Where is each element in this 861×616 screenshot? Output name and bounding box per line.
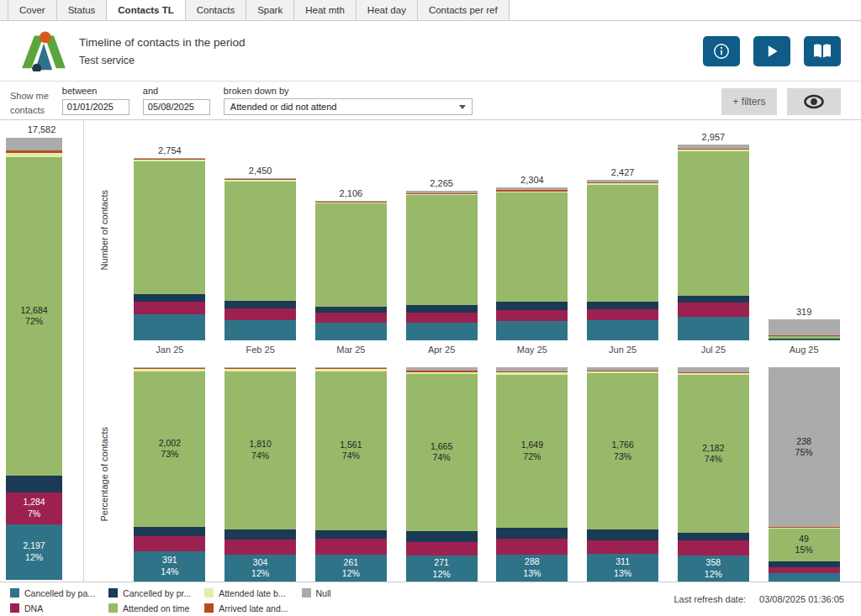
bar-segment-ontime[interactable] [769,335,840,339]
bar-segment-dna[interactable] [587,540,658,555]
bar-segment-late_seen[interactable] [315,369,387,371]
bar-segment-dna[interactable] [224,308,296,320]
bar-segment-null_[interactable] [6,138,62,150]
stacked-bar[interactable]: 35812%2,18274% [678,367,749,582]
bar-segment-dna[interactable] [315,313,387,324]
tab-contacts[interactable]: Contacts [186,0,246,20]
tab-heat-day[interactable]: Heat day [357,0,418,20]
bar-segment-patient[interactable] [678,317,749,340]
bar-segment-null_[interactable] [496,367,568,371]
stacked-bar[interactable] [315,201,387,340]
bar-segment-late_not[interactable] [134,368,205,370]
bar-segment-ontime[interactable] [315,203,387,307]
stacked-bar[interactable]: 31113%1,76673% [587,367,658,582]
bar-segment-dna[interactable] [678,540,749,555]
bar-segment-provider[interactable] [496,302,568,309]
bar-segment-dna[interactable] [587,309,658,320]
bar-segment-patient[interactable]: 26112% [315,555,387,582]
bar-segment-patient[interactable] [406,323,478,340]
date-from-input[interactable] [62,99,129,115]
bar-segment-ontime[interactable]: 2,00273% [134,371,205,527]
bar-segment-dna[interactable] [496,310,568,321]
bar-segment-provider[interactable] [496,528,568,539]
bar-segment-dna[interactable] [678,303,749,317]
bar-segment-dna[interactable] [224,540,296,555]
bar-segment-provider[interactable] [224,301,296,308]
bar-segment-late_not[interactable] [134,158,205,160]
date-to-input[interactable] [143,99,210,115]
stacked-bar[interactable] [406,191,478,340]
stacked-bar[interactable]: 30412%1,81074% [224,367,296,582]
stacked-bar[interactable]: 28813%1,64972% [496,367,568,582]
bar-segment-provider[interactable] [769,339,840,340]
bar-segment-late_seen[interactable] [315,202,387,203]
bar-segment-null_[interactable] [406,191,478,193]
stacked-bar[interactable]: 4915%23875% [769,367,840,582]
bar-segment-late_seen[interactable] [769,528,840,529]
bar-segment-late_not[interactable] [587,371,658,372]
bar-segment-null_[interactable] [406,367,478,371]
bar-segment-late_seen[interactable] [134,160,205,161]
bar-segment-provider[interactable] [406,531,478,541]
legend-item-provider[interactable]: Cancelled by pr... [108,587,191,599]
bar-segment-provider[interactable] [224,529,296,539]
info-button[interactable] [703,36,740,66]
tab-spark[interactable]: Spark [246,0,294,20]
bar-segment-late_not[interactable] [315,368,387,369]
bar-segment-provider[interactable] [769,561,840,567]
bar-segment-ontime[interactable] [587,185,658,302]
stacked-bar[interactable]: 26112%1,56174% [315,367,387,582]
bar-segment-ontime[interactable] [224,182,296,302]
bar-segment-null_[interactable] [678,145,749,149]
bar-segment-late_seen[interactable] [587,371,658,373]
bar-segment-patient[interactable] [134,314,205,340]
bar-segment-provider[interactable] [134,294,205,302]
bar-segment-patient[interactable]: 39114% [134,551,205,582]
bar-segment-late_not[interactable] [587,182,658,183]
bar-segment-late_seen[interactable] [224,180,296,182]
bar-segment-late_not[interactable] [678,149,749,150]
bar-segment-dna[interactable] [496,539,568,555]
tab-contacts-tl[interactable]: Contacts TL [107,0,185,20]
bar-segment-patient[interactable]: 27112% [406,555,478,582]
stacked-bar[interactable]: 39114%2,00273% [134,367,205,582]
stacked-bar[interactable] [496,187,568,340]
bar-segment-late_not[interactable] [224,368,296,370]
bar-segment-ontime[interactable]: 1,66574% [406,374,478,531]
bar-segment-late_not[interactable] [496,190,568,191]
bar-segment-patient[interactable]: 35812% [678,555,749,582]
bar-segment-late_seen[interactable] [678,373,749,375]
bar-segment-null_[interactable] [134,367,205,368]
bar-segment-provider[interactable] [6,476,62,492]
legend-item-dna[interactable]: DNA [10,602,95,614]
tab-cover[interactable]: Cover [8,0,57,20]
bar-segment-provider[interactable] [315,307,387,313]
bar-segment-ontime[interactable] [406,195,478,305]
bar-segment-dna[interactable] [769,339,840,340]
bar-segment-ontime[interactable] [496,192,568,302]
bar-segment-null_[interactable] [769,319,840,335]
bar-segment-dna[interactable] [406,542,478,556]
bar-segment-late_not[interactable] [406,371,478,372]
bar-segment-patient[interactable] [315,323,387,340]
bar-segment-null_[interactable] [315,367,387,368]
bar-segment-late_not[interactable] [769,527,840,528]
bar-segment-provider[interactable] [678,533,749,540]
stacked-bar[interactable] [769,319,840,340]
stacked-bar[interactable] [134,158,205,340]
stacked-bar[interactable] [224,178,296,340]
stacked-bar[interactable] [678,145,749,340]
bar-segment-patient[interactable] [496,321,568,340]
bar-segment-dna[interactable] [134,536,205,551]
bar-segment-ontime[interactable]: 1,76673% [587,373,658,529]
bar-segment-null_[interactable] [315,201,387,202]
bar-segment-provider[interactable] [678,296,749,303]
bar-segment-ontime[interactable]: 2,18274% [678,375,749,533]
legend-item-late_not[interactable]: Arrived late and... [204,602,288,614]
bar-segment-late_seen[interactable] [224,369,296,371]
bar-segment-null_[interactable] [678,367,749,372]
bar-segment-patient[interactable] [587,320,658,340]
bar-segment-dna[interactable] [315,539,387,555]
bar-segment-provider[interactable] [134,527,205,536]
bar-segment-dna[interactable] [134,302,205,314]
